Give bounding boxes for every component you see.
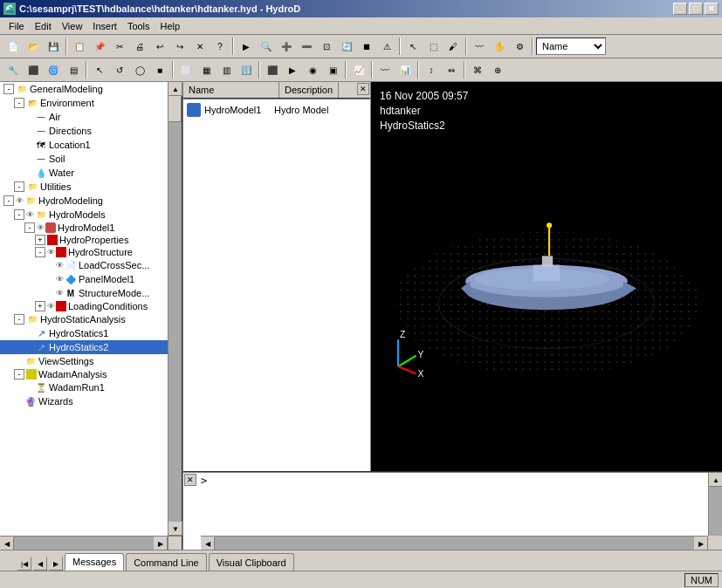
- select-button[interactable]: ⬚: [423, 37, 443, 56]
- menu-view[interactable]: View: [57, 19, 88, 33]
- tab-nav-next[interactable]: ▶: [49, 557, 63, 571]
- extra-btn1[interactable]: ↕: [422, 60, 441, 79]
- zoom-in-button[interactable]: ➕: [277, 37, 296, 56]
- expand-environment[interactable]: -: [14, 98, 24, 108]
- expand-hydromodels[interactable]: -: [14, 209, 24, 220]
- extra-btn4[interactable]: ⊕: [488, 60, 507, 79]
- expand-hydrostructure[interactable]: -: [35, 247, 45, 257]
- menu-help[interactable]: Help: [155, 19, 186, 33]
- vscroll-down-btn[interactable]: ▼: [168, 522, 182, 536]
- console-vscroll-up[interactable]: ▲: [709, 473, 722, 487]
- graph-btn2[interactable]: 〰: [375, 60, 395, 79]
- console-hscroll-right[interactable]: ▶: [694, 537, 708, 550]
- wave-button[interactable]: 〰: [470, 37, 489, 56]
- warning-button[interactable]: ⚠: [377, 37, 396, 56]
- toolbar2-btn2[interactable]: ⬛: [24, 60, 43, 79]
- tab-visualclipboard[interactable]: Visual Clipboard: [209, 553, 294, 571]
- tree-item-hydrostatics2[interactable]: ↗ HydroStatics2: [0, 340, 182, 354]
- tree-item-generalmodeling[interactable]: - 📁 GeneralModeling: [0, 82, 182, 96]
- vscroll-up-btn[interactable]: ▲: [168, 82, 182, 96]
- console-close[interactable]: ✕: [184, 474, 196, 486]
- expand-generalmodeling[interactable]: -: [3, 84, 14, 94]
- view-btn2[interactable]: ▦: [196, 60, 216, 79]
- tree-item-hydromodels[interactable]: - 👁 📁 HydroModels: [0, 208, 182, 222]
- file-panel-close[interactable]: ✕: [357, 83, 369, 95]
- tree-item-hydrostaticanalysis[interactable]: - 📁 HydroStaticAnalysis: [0, 312, 182, 326]
- toolbar2-btn1[interactable]: 🔧: [3, 60, 23, 79]
- tree-item-loadingconditions[interactable]: + 👁 LoadingConditions: [0, 300, 182, 312]
- pan-button[interactable]: ✋: [490, 37, 509, 56]
- expand-loadingconditions[interactable]: +: [35, 301, 45, 311]
- disp-btn4[interactable]: ▣: [323, 60, 342, 79]
- col-name[interactable]: Name: [183, 82, 279, 98]
- tree-item-wadamrun1[interactable]: ⏳ WadamRun1: [0, 380, 182, 394]
- name-dropdown[interactable]: Name: [536, 38, 606, 55]
- toolbar2-btn3[interactable]: 🌀: [44, 60, 63, 79]
- tree-item-location1[interactable]: 🗺 Location1: [0, 138, 182, 152]
- tree-item-directions[interactable]: — Directions: [0, 124, 182, 138]
- expand-hydromodeling[interactable]: -: [3, 195, 14, 206]
- expand-hydromodel1[interactable]: -: [24, 222, 35, 233]
- tree-item-wizards[interactable]: 🔮 Wizards: [0, 394, 182, 408]
- tree-item-environment[interactable]: - 📂 Environment: [0, 96, 182, 110]
- tab-nav-prev[interactable]: ◀: [33, 557, 47, 571]
- save-button[interactable]: 💾: [44, 37, 63, 56]
- tree-item-hydrostatics1[interactable]: ↗ HydroStatics1: [0, 326, 182, 340]
- undo-button[interactable]: ↩: [150, 37, 169, 56]
- extra-btn2[interactable]: ⇔: [442, 60, 461, 79]
- tree-item-hydroproperties[interactable]: + HydroProperties: [0, 234, 182, 246]
- tree-item-utilities[interactable]: - 📁 Utilities: [0, 180, 182, 194]
- tree-vscrollbar[interactable]: ▲ ▼: [168, 82, 182, 536]
- view-btn3[interactable]: ▥: [217, 60, 236, 79]
- menu-tools[interactable]: Tools: [122, 19, 155, 33]
- print-button[interactable]: 🖨: [130, 37, 149, 56]
- stop-button[interactable]: ⏹: [357, 37, 376, 56]
- cut-button[interactable]: ✂: [110, 37, 129, 56]
- tree-item-hydromodel1[interactable]: - 👁 HydroModel1: [0, 222, 182, 234]
- tree-item-hydromodeling[interactable]: - 👁 📁 HydroModeling: [0, 194, 182, 208]
- square-button[interactable]: ■: [150, 60, 169, 79]
- tree-panel[interactable]: - 📁 GeneralModeling - 📂 Environment — Ai…: [0, 82, 182, 550]
- tree-item-panelmodel1[interactable]: 👁 🔷 PanelModel1: [0, 272, 182, 286]
- file-row-0[interactable]: HydroModel1 Hydro Model: [183, 99, 370, 120]
- fit-button[interactable]: ⊡: [317, 37, 336, 56]
- tab-nav-first[interactable]: |◀: [17, 557, 31, 571]
- tree-item-water[interactable]: 💧 Water: [0, 166, 182, 180]
- close-button[interactable]: ✕: [705, 3, 719, 15]
- tab-messages[interactable]: Messages: [65, 553, 124, 571]
- paint-button[interactable]: 🖌: [444, 37, 463, 56]
- disp-btn1[interactable]: ⬛: [263, 60, 282, 79]
- redo-button[interactable]: ↪: [170, 37, 189, 56]
- circle-button[interactable]: ◯: [130, 60, 149, 79]
- minimize-button[interactable]: _: [673, 3, 687, 15]
- maximize-button[interactable]: □: [689, 3, 703, 15]
- tree-hscrollbar[interactable]: ◀ ▶: [0, 536, 168, 550]
- delete-button[interactable]: ✕: [190, 37, 210, 56]
- new-button[interactable]: 📄: [3, 37, 23, 56]
- zoom-out-button[interactable]: ➖: [297, 37, 316, 56]
- tree-item-soil[interactable]: — Soil: [0, 152, 182, 166]
- view-btn4[interactable]: 🔢: [237, 60, 256, 79]
- cursor-button[interactable]: ↖: [403, 37, 423, 56]
- graph-btn1[interactable]: 📈: [349, 60, 368, 79]
- arrow-button[interactable]: ↖: [90, 60, 109, 79]
- rotate-button[interactable]: 🔄: [337, 37, 356, 56]
- console-hscrollbar[interactable]: ◀ ▶: [201, 536, 708, 550]
- rotate2-button[interactable]: ↺: [110, 60, 129, 79]
- expand-hydroproperties[interactable]: +: [35, 235, 45, 245]
- col-description[interactable]: Description: [279, 82, 339, 98]
- expand-wadamanalysis[interactable]: -: [14, 369, 24, 379]
- run-button[interactable]: ▶: [237, 37, 256, 56]
- tree-item-wadamanalysis[interactable]: - WadamAnalysis: [0, 368, 182, 380]
- menu-file[interactable]: File: [3, 19, 30, 33]
- paste-button[interactable]: 📌: [90, 37, 109, 56]
- hscroll-right-btn[interactable]: ▶: [154, 537, 168, 550]
- disp-btn3[interactable]: ◉: [303, 60, 322, 79]
- view-btn1[interactable]: ⬜: [176, 60, 196, 79]
- expand-utilities[interactable]: -: [14, 181, 24, 192]
- menu-insert[interactable]: Insert: [87, 19, 122, 33]
- tree-item-loadcross[interactable]: 👁 📄 LoadCrossSec...: [0, 258, 182, 272]
- toolbar2-btn4[interactable]: ▤: [64, 60, 83, 79]
- settings-button[interactable]: ⚙: [510, 37, 529, 56]
- zoom-button[interactable]: 🔍: [257, 37, 276, 56]
